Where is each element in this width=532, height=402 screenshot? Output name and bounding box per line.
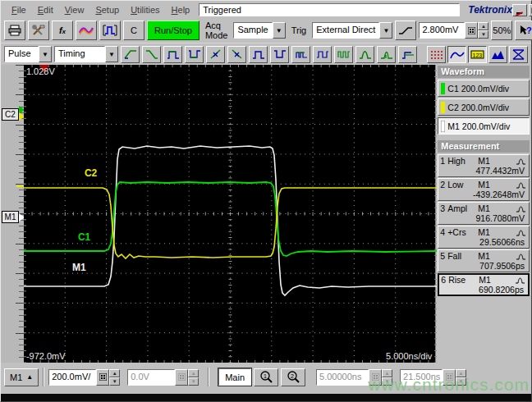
fall-time-button[interactable] — [142, 46, 161, 63]
clear-button[interactable]: C — [123, 21, 144, 40]
menu-view[interactable]: View — [59, 4, 90, 16]
waveform-panel-header: Waveform — [438, 66, 530, 78]
increment-button: ▲ — [188, 369, 199, 377]
c2-channel-marker[interactable]: C2 — [2, 108, 19, 121]
negative-overshoot-button[interactable] — [377, 46, 396, 63]
zoom2-button[interactable]: 2 — [281, 368, 305, 386]
horizontal-mode-button[interactable]: Main — [218, 368, 251, 386]
measure-category-select[interactable]: Pulse ▼ — [4, 46, 52, 62]
menu-edit[interactable]: Edit — [32, 4, 59, 16]
negative-width-button[interactable] — [185, 46, 204, 63]
trigger-level-field[interactable]: 2.800mV — [419, 22, 465, 39]
period-button[interactable] — [334, 46, 353, 63]
bottom-voltage-label: -972.0mV — [26, 351, 66, 361]
help-cursor-icon: ? — [519, 25, 532, 36]
chevron-down-icon[interactable]: ▼ — [379, 22, 392, 39]
measurement-display-button[interactable]: 123 — [468, 46, 487, 63]
chevron-down-icon[interactable]: ▼ — [105, 46, 118, 62]
measurement-row-fall[interactable]: 5FallM1 707.9506ps — [438, 249, 530, 272]
negative-pulse-button[interactable] — [270, 46, 289, 63]
display-mode-group: 123 — [427, 46, 528, 63]
keypad-icon — [175, 369, 188, 386]
c1-waveform-button[interactable]: C1 200.0mV/div — [438, 80, 530, 97]
histogram-display-button[interactable] — [488, 46, 507, 63]
trig-label: Trig — [288, 25, 310, 35]
rise-time-button[interactable] — [121, 46, 140, 63]
measurement-row-pcrs[interactable]: 4+CrsM1 29.56066ns — [438, 226, 530, 249]
zoom1-button[interactable]: 1 — [254, 368, 278, 386]
vertical-rail: C2 M1 — [1, 65, 24, 363]
menu-setup[interactable]: Setup — [89, 4, 125, 16]
waveform-display-button[interactable] — [447, 46, 466, 63]
mask-display-button[interactable] — [509, 46, 528, 63]
pulse-icon — [515, 276, 525, 285]
increment-button[interactable]: ▲ — [109, 369, 120, 377]
positive-overshoot-button[interactable] — [355, 46, 374, 63]
svg-text:123: 123 — [473, 52, 483, 57]
restore-button[interactable] — [529, 4, 532, 16]
top-voltage-label: 1.028V — [26, 66, 55, 76]
c2-trace-label: C2 — [85, 167, 97, 179]
measurement-row-high[interactable]: 1HighM1 477.4432mV — [438, 154, 530, 177]
timebase-label: 5.000ns/div — [386, 351, 432, 361]
window-bottom-edge — [1, 394, 531, 401]
m1-channel-marker[interactable]: M1 — [2, 211, 19, 223]
watermark: www.cntronics.com — [368, 375, 530, 395]
positive-crossing-button[interactable] — [206, 46, 225, 63]
menu-help[interactable]: Help — [166, 4, 196, 16]
chevron-down-icon[interactable]: ▼ — [39, 46, 52, 62]
trace-c1 — [24, 182, 437, 256]
print-button[interactable] — [4, 21, 25, 40]
chevron-down-icon[interactable]: ▼ — [273, 22, 286, 39]
magnifier-1-icon: 1 — [259, 371, 273, 384]
rising-slope-icon — [398, 25, 413, 35]
math-function-button[interactable]: fx — [52, 21, 73, 40]
cursors-button[interactable] — [427, 46, 446, 63]
m1-waveform-button[interactable]: M1 200.0mV/div — [438, 117, 530, 135]
vertical-scale-field[interactable]: 200.0mV/ — [48, 369, 96, 386]
context-help-button[interactable]: ? — [515, 21, 532, 40]
negative-crossing-button[interactable] — [227, 46, 246, 63]
positive-duty-button[interactable] — [313, 46, 332, 63]
pulse-definition-button[interactable] — [99, 21, 121, 40]
vertical-offset-spinner: 0.0V ▲▼ — [127, 369, 199, 386]
menu-utilities[interactable]: Utilities — [125, 4, 165, 16]
decrement-button: ▼ — [188, 377, 199, 386]
pulse-icon — [516, 204, 526, 213]
pulse-icon — [516, 252, 526, 261]
channel-select-button[interactable]: M1▲ — [4, 368, 39, 386]
set-level-50-button[interactable]: 50% — [491, 21, 512, 40]
bracket-pulse-icon — [103, 25, 117, 36]
trigger-source-select[interactable]: External Direct ▼ — [312, 22, 392, 39]
graticule[interactable]: 1.028V -972.0mV 5.000ns/div C2 C1 M1 — [24, 65, 435, 363]
positive-pulse-button[interactable] — [249, 46, 268, 63]
run-stop-button[interactable]: Run/Stop — [147, 21, 200, 40]
increment-button[interactable]: ▲ — [478, 22, 488, 30]
utility-tools-button[interactable] — [28, 21, 49, 40]
measure-group-select[interactable]: Timing ▼ — [54, 46, 118, 62]
app-window: File Edit View Setup Utilities Help Trig… — [0, 0, 532, 402]
measurement-row-ampl[interactable]: 3AmplM1 916.7080mV — [438, 202, 530, 225]
decrement-button[interactable]: ▼ — [109, 377, 120, 386]
keypad-icon[interactable] — [96, 369, 109, 386]
c2-waveform-button[interactable]: C2 200.0mV/div — [438, 98, 530, 116]
svg-text:2: 2 — [291, 373, 294, 379]
vertical-scale-spinner[interactable]: 200.0mV/ ▲▼ — [48, 369, 120, 386]
burst-width-button[interactable] — [291, 46, 310, 63]
color-waveform-icon — [79, 25, 94, 36]
decrement-button[interactable]: ▼ — [478, 30, 488, 39]
main-toolbar: fx C Run/Stop Acq Mode Sample ▼ Trig Ext… — [1, 18, 531, 43]
menu-file[interactable]: File — [6, 4, 32, 16]
acq-mode-label: Acq Mode — [202, 21, 232, 40]
waveform-database-button[interactable] — [76, 21, 97, 40]
acq-mode-select[interactable]: Sample ▼ — [233, 22, 285, 39]
settle-time-button[interactable] — [398, 46, 417, 63]
svg-text:?: ? — [526, 25, 532, 35]
trigger-slope-button[interactable] — [395, 21, 416, 40]
positive-width-button[interactable] — [163, 46, 182, 63]
trace-c2 — [24, 188, 437, 258]
keypad-icon[interactable] — [465, 22, 478, 39]
trigger-level-spinner[interactable]: 2.800mV ▲▼ — [419, 22, 488, 39]
measurement-row-low[interactable]: 2LowM1 -439.2648mV — [438, 178, 530, 201]
measurement-row-rise[interactable]: 6RiseM1 690.8206ps — [438, 273, 530, 296]
